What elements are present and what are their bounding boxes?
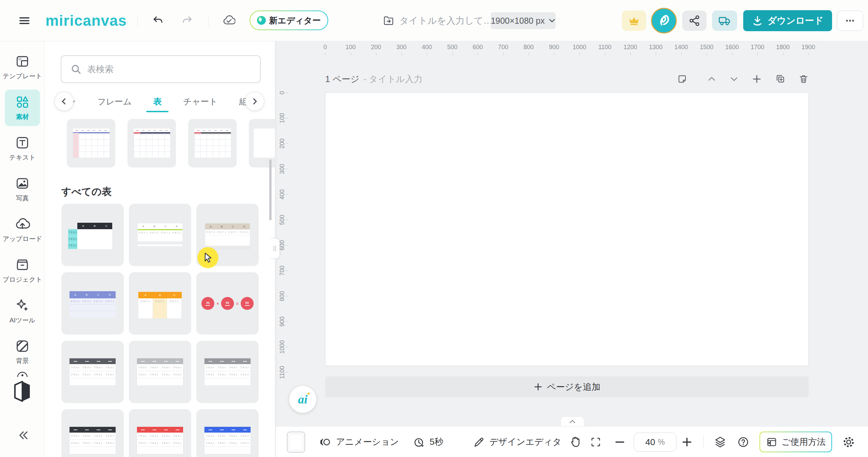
layers-icon [714,436,727,449]
more-options-button[interactable] [837,11,863,31]
bottom-toolbar: アニメーション 5秒 デザインエディタ 40 % [276,426,868,457]
elements-icon [15,94,30,110]
sidebar-item-uploads[interactable]: アップロード [0,210,45,250]
move-page-down-button[interactable] [729,74,739,84]
share-button[interactable] [682,11,707,31]
design-editor-button[interactable]: デザインエディタ [472,426,561,457]
document-title-input[interactable]: タイトルを入力して… [382,11,492,31]
sidebar-item-elements[interactable]: 素材 [0,87,45,128]
collapse-bottombar-button[interactable] [560,416,584,426]
table-template-thumbnail[interactable]: ABCテキストテキストテキスト [129,272,191,335]
guide-book-icon[interactable] [0,379,45,403]
layers-button[interactable] [714,426,727,457]
sidebar-item-projects[interactable]: プロジェクト [0,250,45,291]
table-template-thumbnail[interactable]: テキストテキストテキストテキストテキストテキストテキストテキスト [196,409,259,457]
premium-crown-button[interactable] [622,11,646,31]
hand-icon [569,436,582,449]
sidebar-item-label: テンプレート [3,72,42,81]
pan-hand-button[interactable] [569,426,582,457]
new-editor-icon [257,16,266,25]
add-page-icon-button[interactable] [752,74,762,84]
sidebar-item-photos[interactable]: 写真 [0,169,45,210]
calendar-template-thumbnail[interactable] [67,119,115,167]
tabs-scroll-right-button[interactable] [245,92,264,111]
undo-button[interactable] [149,11,167,31]
download-button[interactable]: ダウンロード [743,10,832,31]
table-template-thumbnail[interactable]: ABCテキストテキストテキスト [61,204,124,266]
table-template-thumbnail[interactable]: テキストテキストテキストテキストテキストテキストテキストテキスト [129,341,191,403]
table-template-thumbnail[interactable]: 01+02=03 [196,272,259,335]
text-icon [15,135,30,151]
sidebar-item-label: 素材 [16,113,29,121]
ellipsis-icon [844,15,856,27]
add-page-button[interactable]: ページを追加 [325,376,809,397]
help-button[interactable] [737,426,750,457]
sidebar-item-label: 写真 [16,194,29,203]
divider [137,16,138,26]
canvas-size-selector[interactable]: 1900×1080 px [491,12,556,29]
panel-scrollbar[interactable] [269,159,272,220]
design-page[interactable] [325,93,809,366]
sidebar-item-label: AIツール [9,316,35,325]
sidebar-item-ai-tools[interactable]: AIツール [0,291,45,332]
page-thumbnail[interactable] [287,432,305,453]
sidebar-navigation: テンプレート素材テキスト写真アップロードプロジェクトAIツール背景 [0,41,45,457]
divider [703,435,704,449]
page-header: 1 ページ - タイトル入力 [325,71,809,87]
tabs-scroll-left-button[interactable] [55,92,73,111]
duplicate-page-button[interactable] [775,74,786,84]
sidebar-item-background[interactable]: 背景 [0,332,45,372]
zoom-level-input[interactable]: 40 % [634,433,676,452]
photo-icon [15,176,30,191]
sidebar-item-templates[interactable]: テンプレート [0,47,45,87]
table-template-thumbnail[interactable]: テキストテキストテキストテキストテキストテキストテキストテキスト [61,341,124,403]
calendar-template-thumbnail[interactable] [127,119,176,167]
table-template-thumbnail[interactable]: テキストテキストテキストテキストテキストテキストテキストテキスト [61,409,124,457]
duration-button[interactable]: 5秒 [413,426,443,457]
ai-tools-icon [15,298,30,313]
sidebar-item-label: 背景 [16,357,29,365]
partial-circle-icon [0,369,45,378]
table-template-thumbnail[interactable]: ABCDテキストテキストテキストテキスト [129,204,191,266]
gear-icon [842,435,855,449]
zoom-in-button[interactable] [681,426,693,457]
table-template-thumbnail[interactable]: ABCDテキストテキストテキストテキスト [61,272,124,335]
tutorial-video-icon [766,436,777,448]
page-title-placeholder: タイトル入力 [369,74,422,84]
background-icon [15,338,30,354]
ai-assistant-button[interactable]: ai ✦ [289,386,316,413]
sticky-note-icon[interactable] [677,74,687,84]
animation-button[interactable]: アニメーション [319,426,399,457]
share-nodes-icon [688,14,701,27]
settings-button[interactable] [842,426,855,457]
search-box[interactable] [61,55,261,83]
hamburger-menu-button[interactable] [16,11,33,31]
new-editor-badge[interactable]: 新エディター [250,11,328,30]
brand-spiral-icon [656,13,672,29]
zoom-out-button[interactable] [614,426,626,457]
download-icon [752,15,763,26]
tab-フレーム[interactable]: フレーム [97,96,132,107]
redo-button[interactable] [178,11,197,31]
template-icon [15,54,30,69]
move-page-up-button[interactable] [707,74,716,84]
table-template-thumbnail[interactable]: テキストテキストテキストテキストテキストテキストテキストテキスト [196,341,259,403]
fullscreen-button[interactable] [590,426,602,457]
table-template-thumbnail[interactable]: テキストテキストテキストテキストテキストテキストテキストテキスト [129,409,191,457]
sidebar-item-text[interactable]: テキスト [0,128,45,169]
category-tabs: ンフレーム表チャート組み [45,91,275,112]
cloud-save-status-icon[interactable] [219,11,239,31]
miricanvas-editor: { "topbar": { "logo": "miricanvas", "bad… [0,0,868,457]
mouse-cursor-icon [203,252,213,263]
how-to-use-button[interactable]: ご使用方法 [760,432,832,452]
collapse-sidebar-button[interactable] [0,428,45,443]
tab-表[interactable]: 表 [153,96,162,107]
tab-チャート[interactable]: チャート [183,96,218,107]
delete-page-button[interactable] [798,74,809,84]
panel-collapse-handle[interactable] [270,238,280,259]
search-input[interactable] [87,64,251,75]
user-avatar[interactable] [651,8,677,34]
chevron-down-icon [548,17,556,24]
delivery-truck-button[interactable] [712,11,737,31]
calendar-template-thumbnail[interactable] [188,119,237,167]
